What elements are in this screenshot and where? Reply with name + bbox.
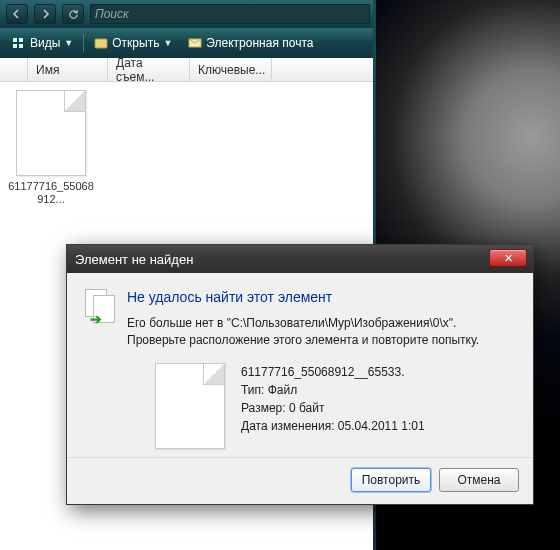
search-input[interactable]: Поиск [90,4,370,24]
dialog-message: Его больше нет в "C:\Пользователи\Мур\Из… [127,315,515,349]
dialog-file-icon [155,363,225,449]
chevron-down-icon: ▼ [163,38,172,48]
move-file-icon: ➔ [85,289,117,325]
dialog-button-row: Повторить Отмена [67,457,533,504]
nav-refresh-button[interactable] [62,4,84,24]
chevron-down-icon: ▼ [64,38,73,48]
file-mod-value: 05.04.2011 1:01 [338,419,425,433]
toolbar-open[interactable]: Открыть ▼ [88,34,178,52]
views-icon [12,37,26,49]
file-type-value: Файл [268,383,298,397]
refresh-icon [68,9,79,20]
column-headers: Имя Дата съем... Ключевые... [0,58,376,82]
nav-back-button[interactable] [6,4,28,24]
dialog-heading: Не удалось найти этот элемент [127,289,515,305]
column-date[interactable]: Дата съем... [108,58,190,81]
file-icon [16,90,86,176]
explorer-titlebar: Поиск [0,0,376,28]
file-label: 61177716_55068912... [8,180,94,206]
close-icon: ✕ [504,252,513,265]
dialog-file-name: 61177716_55068912__65533. [241,363,425,381]
arrow-left-icon [12,9,22,19]
open-icon [94,37,108,49]
svg-rect-1 [19,38,23,42]
retry-button[interactable]: Повторить [351,468,431,492]
close-button[interactable]: ✕ [489,249,527,267]
toolbar-separator [83,34,84,52]
dialog-titlebar[interactable]: Элемент не найден ✕ [67,245,533,273]
column-name[interactable]: Имя [28,58,108,81]
arrow-right-icon [40,9,50,19]
cancel-button[interactable]: Отмена [439,468,519,492]
toolbar-views[interactable]: Виды ▼ [6,34,79,52]
email-icon [188,37,202,49]
file-size-value: 0 байт [289,401,324,415]
nav-forward-button[interactable] [34,4,56,24]
svg-rect-4 [95,39,107,48]
file-item[interactable]: 61177716_55068912... [8,90,94,206]
svg-rect-0 [13,38,17,42]
file-size-label: Размер: [241,401,286,415]
toolbar-email-label: Электронная почта [206,36,313,50]
column-tags[interactable]: Ключевые... [190,58,272,81]
svg-rect-2 [13,44,17,48]
error-dialog: Элемент не найден ✕ ➔ Не удалось найти э… [66,244,534,505]
dialog-body: ➔ Не удалось найти этот элемент Его боль… [67,273,533,457]
dialog-title: Элемент не найден [75,252,193,267]
dialog-file-meta: 61177716_55068912__65533. Тип: Файл Разм… [241,363,425,449]
toolbar-email[interactable]: Электронная почта [182,34,319,52]
column-icon[interactable] [0,58,28,81]
svg-rect-3 [19,44,23,48]
file-mod-label: Дата изменения: [241,419,335,433]
explorer-toolbar: Виды ▼ Открыть ▼ Электронная почта [0,28,376,58]
toolbar-views-label: Виды [30,36,60,50]
file-type-label: Тип: [241,383,264,397]
toolbar-open-label: Открыть [112,36,159,50]
